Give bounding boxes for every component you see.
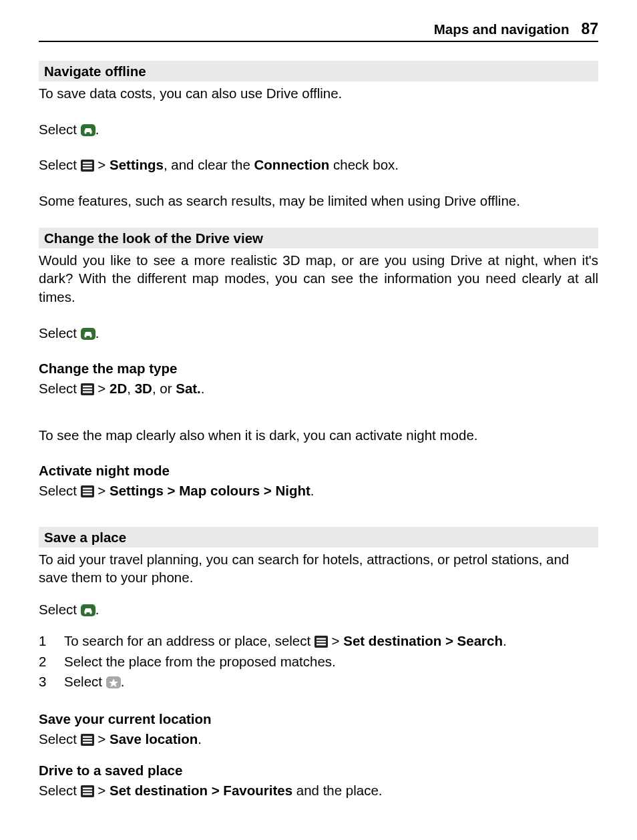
menu-label: Settings <box>110 483 164 498</box>
menu-icon <box>81 485 94 497</box>
instruction-line: Select > Set destination > Favourites an… <box>39 781 598 800</box>
text: To search for an address or place, selec… <box>64 633 314 648</box>
text: , <box>127 381 134 396</box>
step-item: 2 Select the place from the proposed mat… <box>39 652 598 672</box>
text: Select <box>39 325 81 341</box>
text: > <box>94 731 110 747</box>
section-heading: Change the look of the Drive view <box>39 228 598 248</box>
text: > <box>441 633 457 648</box>
step-text: Select . <box>64 672 124 692</box>
body-text: Would you like to see a more realistic 3… <box>39 251 598 306</box>
menu-label: Search <box>457 633 503 648</box>
text: , or <box>152 381 176 396</box>
car-icon <box>81 604 95 616</box>
step-text: To search for an address or place, selec… <box>64 631 507 652</box>
menu-icon <box>81 160 94 172</box>
instruction-line: Select . <box>39 600 598 619</box>
menu-label: Set destination <box>110 783 208 798</box>
section-change-look: Change the look of the Drive view Would … <box>39 228 598 500</box>
text: . <box>95 325 99 341</box>
header-page-number: 87 <box>581 20 598 38</box>
numbered-steps: 1 To search for an address or place, sel… <box>39 631 598 692</box>
menu-label: Set destination <box>343 633 441 648</box>
text: > <box>164 483 179 498</box>
text: Select <box>39 731 81 747</box>
text: and the place. <box>292 783 383 798</box>
text: . <box>198 731 202 747</box>
text: > <box>328 633 343 648</box>
menu-label: Map colours <box>179 483 260 498</box>
section-heading: Save a place <box>39 527 598 548</box>
menu-icon <box>314 636 328 648</box>
step-number: 3 <box>39 672 64 692</box>
instruction-line: Select > Settings, and clear the Connect… <box>39 156 598 174</box>
text: Select <box>64 674 106 689</box>
instruction-line: Select . <box>39 324 598 343</box>
text: . <box>201 381 205 396</box>
text: Select <box>39 602 81 617</box>
section-navigate-offline: Navigate offline To save data costs, you… <box>39 61 598 210</box>
step-number: 2 <box>39 652 64 672</box>
text: , and clear the <box>164 157 254 172</box>
menu-label: Save location <box>110 731 198 747</box>
text: > <box>260 483 275 498</box>
subheading: Save your current location <box>39 710 598 728</box>
menu-icon <box>81 383 94 395</box>
menu-label: Settings <box>110 157 164 172</box>
text: > <box>208 783 223 798</box>
step-number: 1 <box>39 631 64 652</box>
star-icon <box>106 676 121 688</box>
body-text: To aid your travel planning, you can sea… <box>39 550 598 587</box>
section-save-place: Save a place To aid your travel planning… <box>39 527 598 800</box>
text: Select <box>39 483 81 498</box>
menu-label: Connection <box>254 157 330 172</box>
text: . <box>310 483 314 498</box>
subheading: Change the map type <box>39 359 598 378</box>
instruction-line: Select . <box>39 120 598 139</box>
step-item: 3 Select . <box>39 672 598 692</box>
instruction-line: Select > Save location. <box>39 730 598 749</box>
text: Select <box>39 157 81 172</box>
menu-label: 2D <box>110 381 127 396</box>
instruction-line: Select > Settings > Map colours > Night. <box>39 481 598 500</box>
instruction-line: Select > 2D, 3D, or Sat.. <box>39 379 598 398</box>
text: > <box>94 783 110 798</box>
text: > <box>94 157 110 172</box>
menu-label: 3D <box>135 381 152 396</box>
text: check box. <box>329 157 399 172</box>
text: Select <box>39 381 81 396</box>
header-section-title: Maps and navigation <box>434 21 570 37</box>
step-item: 1 To search for an address or place, sel… <box>39 631 598 652</box>
subheading: Activate night mode <box>39 461 598 480</box>
section-heading: Navigate offline <box>39 61 598 81</box>
text: . <box>503 633 507 648</box>
text: Select <box>39 122 81 137</box>
body-text: To see the map clearly also when it is d… <box>39 426 598 445</box>
step-text: Select the place from the proposed match… <box>64 652 336 672</box>
text: . <box>121 674 125 689</box>
subheading: Drive to a saved place <box>39 761 598 780</box>
text: . <box>95 602 99 617</box>
text: Select <box>39 783 81 798</box>
text: > <box>94 381 110 396</box>
menu-icon <box>81 785 94 797</box>
page-header: Maps and navigation 87 <box>39 20 598 42</box>
car-icon <box>81 124 95 136</box>
car-icon <box>81 328 95 340</box>
text: > <box>94 483 110 498</box>
text: . <box>95 122 99 137</box>
menu-label: Night <box>275 483 310 498</box>
menu-label: Sat. <box>176 381 201 396</box>
menu-icon <box>81 734 94 746</box>
body-text: To save data costs, you can also use Dri… <box>39 84 598 103</box>
page: Maps and navigation 87 Navigate offline … <box>0 0 637 800</box>
menu-label: Favourites <box>223 783 292 798</box>
body-text: Some features, such as search results, m… <box>39 192 598 210</box>
